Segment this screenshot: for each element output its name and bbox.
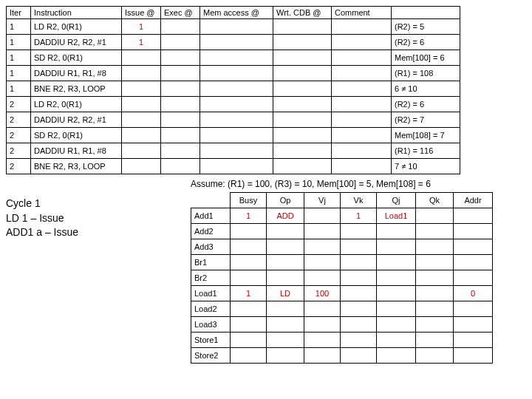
cell [267, 239, 304, 255]
cell [454, 317, 493, 332]
cell: (R1) = 116 [392, 143, 460, 159]
col-instruction: Instruction [31, 7, 122, 19]
cell [454, 224, 493, 239]
cell: SD R2, 0(R1) [31, 128, 122, 143]
table-row: 1LD R2, 0(R1)1(R2) = 5 [7, 19, 460, 35]
cell [161, 50, 200, 66]
cell [122, 112, 161, 128]
cell [416, 286, 454, 301]
cell: (R2) = 6 [392, 97, 460, 112]
cell [122, 128, 161, 143]
cell [267, 332, 304, 348]
cell [377, 255, 416, 270]
cell [200, 66, 273, 81]
cell: 1 [7, 35, 31, 50]
cell [377, 301, 416, 317]
cell [161, 128, 200, 143]
cell: 1 [231, 208, 267, 224]
cell [200, 128, 273, 143]
cell [273, 143, 332, 159]
table-row: 2LD R2, 0(R1)(R2) = 6 [7, 97, 460, 112]
cell [161, 112, 200, 128]
rs-col-vk: Vk [341, 193, 377, 208]
cycle-line-2: ADD1 a – Issue [6, 225, 191, 240]
cell: Add3 [191, 239, 231, 255]
cell: 2 [7, 159, 31, 174]
table-row: 2BNE R2, R3, LOOP7 ≠ 10 [7, 159, 460, 174]
table-row: 1BNE R2, R3, LOOP6 ≠ 10 [7, 81, 460, 97]
cell: 2 [7, 143, 31, 159]
cell [454, 332, 493, 348]
cell [377, 317, 416, 332]
cell [341, 270, 377, 286]
table-row: 2DADDIU R2, R2, #1(R2) = 7 [7, 112, 460, 128]
table-row: Store1 [191, 332, 493, 348]
table-row: Load3 [191, 317, 493, 332]
cell: Load1 [191, 286, 231, 301]
rs-col-op: Op [267, 193, 304, 208]
table-row: Load11LD1000 [191, 286, 493, 301]
cell [267, 255, 304, 270]
table-row: 1DADDIU R1, R1, #8(R1) = 108 [7, 66, 460, 81]
cell [454, 208, 493, 224]
cell [304, 332, 341, 348]
cell [267, 348, 304, 364]
cell [332, 35, 392, 50]
cell [122, 66, 161, 81]
cell [416, 270, 454, 286]
cell [304, 270, 341, 286]
cell: (R2) = 7 [392, 112, 460, 128]
table-row: Br2 [191, 270, 493, 286]
rs-col-qk: Qk [416, 193, 454, 208]
cell: Add2 [191, 224, 231, 239]
rs-col-vj: Vj [304, 193, 341, 208]
cell [341, 301, 377, 317]
cell: (R1) = 108 [392, 66, 460, 81]
cell [416, 208, 454, 224]
cell: 1 [122, 35, 161, 50]
cell: 1 [7, 81, 31, 97]
cell: Load3 [191, 317, 231, 332]
cell [416, 301, 454, 317]
cell [122, 97, 161, 112]
col-mem-access: Mem access @ [200, 7, 273, 19]
rs-col-qj: Qj [377, 193, 416, 208]
cell: DADDIU R1, R1, #8 [31, 66, 122, 81]
table-row: 1DADDIU R2, R2, #11(R2) = 6 [7, 35, 460, 50]
cell: 1 [231, 286, 267, 301]
table-row: 1SD R2, 0(R1)Mem[100] = 6 [7, 50, 460, 66]
cell: Store2 [191, 348, 231, 364]
assumption-text: Assume: (R1) = 100, (R3) = 10, Mem[100] … [191, 179, 526, 189]
cell [200, 143, 273, 159]
cell [416, 224, 454, 239]
table-row: 2DADDIU R1, R1, #8(R1) = 116 [7, 143, 460, 159]
cell: 1 [122, 19, 161, 35]
cell [304, 224, 341, 239]
rs-col-name [191, 193, 231, 208]
cell [341, 348, 377, 364]
cell: Load1 [377, 208, 416, 224]
cell [341, 286, 377, 301]
cell [161, 81, 200, 97]
cell [200, 35, 273, 50]
cell [332, 112, 392, 128]
cell [377, 332, 416, 348]
cell [304, 208, 341, 224]
cell [377, 224, 416, 239]
cell [273, 97, 332, 112]
col-comment: Comment [332, 7, 392, 19]
cell [200, 97, 273, 112]
instruction-table-header: Iter Instruction Issue @ Exec @ Mem acce… [7, 7, 460, 19]
instruction-table: Iter Instruction Issue @ Exec @ Mem acce… [6, 6, 460, 174]
cell [231, 332, 267, 348]
cell [161, 19, 200, 35]
cell [332, 128, 392, 143]
cell: DADDIU R2, R2, #1 [31, 35, 122, 50]
cell [231, 317, 267, 332]
reservation-station-table: Busy Op Vj Vk Qj Qk Addr Add11ADD1Load1A… [191, 192, 493, 364]
cell: 7 ≠ 10 [392, 159, 460, 174]
cell [122, 50, 161, 66]
cell: (R2) = 6 [392, 35, 460, 50]
cell [267, 317, 304, 332]
cell [122, 81, 161, 97]
